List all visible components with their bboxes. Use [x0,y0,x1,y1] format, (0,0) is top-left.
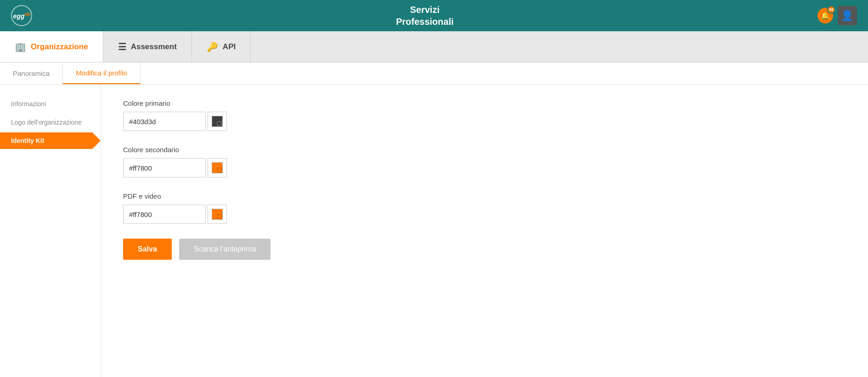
tab-api-label: API [223,42,236,51]
secondary-color-section: Colore secondario [123,146,846,177]
primary-color-section: Colore primario [123,99,846,131]
primary-color-label: Colore primario [123,99,846,107]
body-layout: Informazioni Logo dell'organizzazione Id… [0,85,868,377]
header-right: 🔔 96 👤 [817,6,857,25]
tab-assessment[interactable]: ☰ Assessment [103,31,192,62]
sidebar-item-identity-kit[interactable]: Identity Kit [0,132,101,149]
tab-organizzazione[interactable]: 🏢 Organizzazione [0,31,103,62]
header: eggup Servizi Professionali 🔔 96 👤 [0,0,868,31]
secondary-color-label: Colore secondario [123,146,846,154]
primary-color-row [123,112,846,131]
logo-up: up [24,11,30,17]
sub-tabs-row: Panoramica Modifica il profilo [0,63,868,85]
user-avatar[interactable]: 👤 [838,6,857,25]
avatar-icon: 👤 [841,10,853,22]
sidebar-item-informazioni[interactable]: Informazioni [0,96,101,112]
pdf-video-row [123,205,846,224]
logo-area: eggup [11,5,32,26]
sidebar: Informazioni Logo dell'organizzazione Id… [0,85,101,377]
pdf-video-input[interactable] [123,205,206,224]
secondary-color-swatch-inner [217,168,222,172]
app-title: Servizi Professionali [396,4,454,28]
tabs-row: 🏢 Organizzazione ☰ Assessment 🔑 API [0,31,868,63]
secondary-color-input[interactable] [123,158,206,177]
pdf-video-section: PDF e video [123,192,846,224]
sub-tab-modifica-label: Modifica il profilo [76,69,127,77]
primary-color-input[interactable] [123,112,206,131]
content-area: Colore primario Colore secondario [101,85,868,377]
pdf-video-swatch-inner [217,214,222,219]
notification-bell[interactable]: 🔔 96 [817,8,833,23]
logo-circle: eggup [11,5,32,26]
tab-organizzazione-label: Organizzazione [31,42,88,51]
sub-tab-panoramica[interactable]: Panoramica [0,63,63,84]
save-button[interactable]: Salva [123,239,172,260]
pdf-video-swatch [212,209,223,220]
notification-badge: 96 [827,6,835,14]
tab-assessment-label: Assessment [131,42,177,51]
list-icon: ☰ [118,41,126,52]
secondary-color-picker-button[interactable] [208,158,227,177]
sub-tab-panoramica-label: Panoramica [13,69,50,77]
secondary-color-row [123,158,846,177]
sidebar-identity-kit-label: Identity Kit [11,137,44,144]
tabs-spacer [251,31,868,62]
pdf-video-picker-button[interactable] [208,205,227,224]
sidebar-logo-label: Logo dell'organizzazione [11,119,82,126]
sub-tab-modifica[interactable]: Modifica il profilo [63,63,141,84]
tab-api[interactable]: 🔑 API [192,31,251,62]
sidebar-informazioni-label: Informazioni [11,100,46,108]
logo-text: eggup [13,11,30,20]
buttons-row: Salva Scarica l'anteprima [123,239,846,260]
sidebar-item-logo[interactable]: Logo dell'organizzazione [0,114,101,131]
building-icon: 🏢 [15,41,26,52]
primary-color-swatch [212,116,223,127]
preview-button: Scarica l'anteprima [179,239,271,260]
pdf-video-label: PDF e video [123,192,846,200]
primary-color-picker-button[interactable] [208,112,227,131]
primary-color-swatch-inner [217,121,222,126]
key-icon: 🔑 [207,41,218,52]
secondary-color-swatch [212,162,223,173]
main-content: 🏢 Organizzazione ☰ Assessment 🔑 API Pano… [0,31,868,377]
